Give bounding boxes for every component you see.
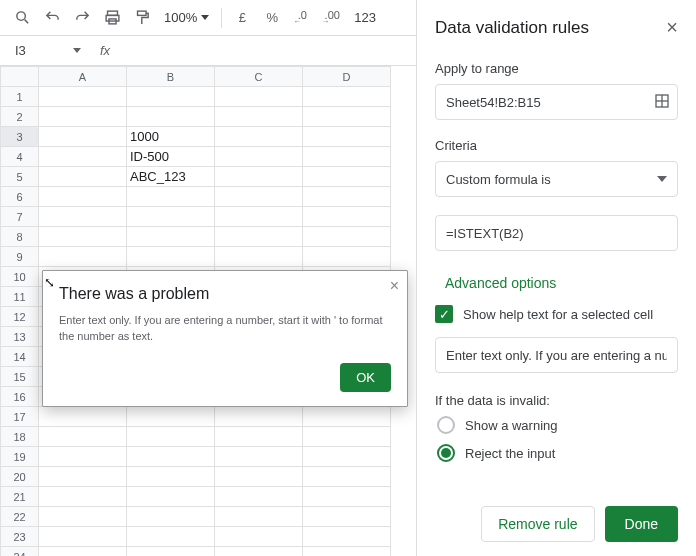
range-label: Apply to range	[435, 61, 678, 76]
row-header[interactable]: 16	[1, 387, 39, 407]
row-header[interactable]: 5	[1, 167, 39, 187]
redo-icon[interactable]	[68, 4, 96, 32]
row-header[interactable]: 17	[1, 407, 39, 427]
row-header[interactable]: 9	[1, 247, 39, 267]
criteria-label: Criteria	[435, 138, 678, 153]
radio-icon	[437, 416, 455, 434]
advanced-options-link[interactable]: Advanced options	[445, 275, 678, 291]
zoom-select[interactable]: 100%	[158, 4, 215, 32]
svg-line-1	[24, 20, 28, 24]
chevron-down-icon	[201, 15, 209, 20]
row-header[interactable]: 21	[1, 487, 39, 507]
remove-rule-button[interactable]: Remove rule	[481, 506, 594, 542]
chevron-down-icon	[657, 176, 667, 182]
row-header[interactable]: 12	[1, 307, 39, 327]
cursor-icon: ⤡	[44, 275, 55, 290]
increase-decimal-button[interactable]: .00→	[318, 4, 346, 32]
row-header[interactable]: 19	[1, 447, 39, 467]
close-icon[interactable]: ×	[390, 277, 399, 295]
fx-label: fx	[100, 43, 110, 58]
row-header[interactable]: 3	[1, 127, 39, 147]
cell-B3[interactable]: 1000	[127, 127, 215, 147]
row-header[interactable]: 22	[1, 507, 39, 527]
error-dialog: × There was a problem Enter text only. I…	[42, 270, 408, 407]
cell-reference: I3	[15, 43, 26, 58]
spreadsheet-grid[interactable]: ABCD 1 2 31000 4ID-500 5ABC_123 6 7 8 9 …	[0, 66, 416, 556]
select-range-icon[interactable]	[654, 93, 670, 112]
range-input[interactable]	[435, 84, 678, 120]
row-header[interactable]: 1	[1, 87, 39, 107]
paint-format-icon[interactable]	[128, 4, 156, 32]
radio-icon	[437, 444, 455, 462]
data-validation-panel: Data validation rules × Apply to range C…	[416, 0, 696, 556]
criteria-select[interactable]: Custom formula is	[435, 161, 678, 197]
radio-reject-input[interactable]: Reject the input	[437, 444, 678, 462]
cell-B5[interactable]: ABC_123	[127, 167, 215, 187]
radio-label: Reject the input	[465, 446, 555, 461]
formula-input[interactable]	[435, 215, 678, 251]
dialog-title: There was a problem	[59, 285, 391, 303]
decrease-decimal-button[interactable]: .0←	[288, 4, 316, 32]
column-header[interactable]: C	[215, 67, 303, 87]
row-header[interactable]: 24	[1, 547, 39, 557]
divider	[221, 8, 222, 28]
row-header[interactable]: 14	[1, 347, 39, 367]
name-box[interactable]: I3	[8, 39, 88, 63]
panel-title: Data validation rules	[435, 18, 589, 38]
show-help-text-checkbox[interactable]: ✓	[435, 305, 453, 323]
show-help-text-label: Show help text for a selected cell	[463, 307, 653, 322]
row-header[interactable]: 13	[1, 327, 39, 347]
radio-show-warning[interactable]: Show a warning	[437, 416, 678, 434]
svg-rect-5	[137, 11, 146, 15]
row-header[interactable]: 18	[1, 427, 39, 447]
close-icon[interactable]: ×	[666, 16, 678, 39]
search-icon[interactable]	[8, 4, 36, 32]
select-all-corner[interactable]	[1, 67, 39, 87]
currency-button[interactable]: £	[228, 4, 256, 32]
dialog-message: Enter text only. If you are entering a n…	[59, 313, 391, 345]
format-label: 123	[354, 10, 376, 25]
more-formats-button[interactable]: 123	[348, 4, 382, 32]
criteria-value: Custom formula is	[446, 172, 551, 187]
row-header[interactable]: 4	[1, 147, 39, 167]
chevron-down-icon	[73, 48, 81, 53]
done-button[interactable]: Done	[605, 506, 678, 542]
invalid-label: If the data is invalid:	[435, 393, 678, 408]
ok-button[interactable]: OK	[340, 363, 391, 392]
row-header[interactable]: 7	[1, 207, 39, 227]
column-header[interactable]: D	[303, 67, 391, 87]
row-header[interactable]: 10	[1, 267, 39, 287]
undo-icon[interactable]	[38, 4, 66, 32]
cell-B4[interactable]: ID-500	[127, 147, 215, 167]
svg-point-0	[16, 12, 24, 20]
zoom-label: 100%	[164, 10, 197, 25]
help-text-input[interactable]	[435, 337, 678, 373]
row-header[interactable]: 23	[1, 527, 39, 547]
column-header[interactable]: B	[127, 67, 215, 87]
radio-label: Show a warning	[465, 418, 558, 433]
row-header[interactable]: 15	[1, 367, 39, 387]
row-header[interactable]: 11	[1, 287, 39, 307]
row-header[interactable]: 2	[1, 107, 39, 127]
row-header[interactable]: 8	[1, 227, 39, 247]
row-header[interactable]: 20	[1, 467, 39, 487]
print-icon[interactable]	[98, 4, 126, 32]
column-header[interactable]: A	[39, 67, 127, 87]
row-header[interactable]: 6	[1, 187, 39, 207]
percent-button[interactable]: %	[258, 4, 286, 32]
